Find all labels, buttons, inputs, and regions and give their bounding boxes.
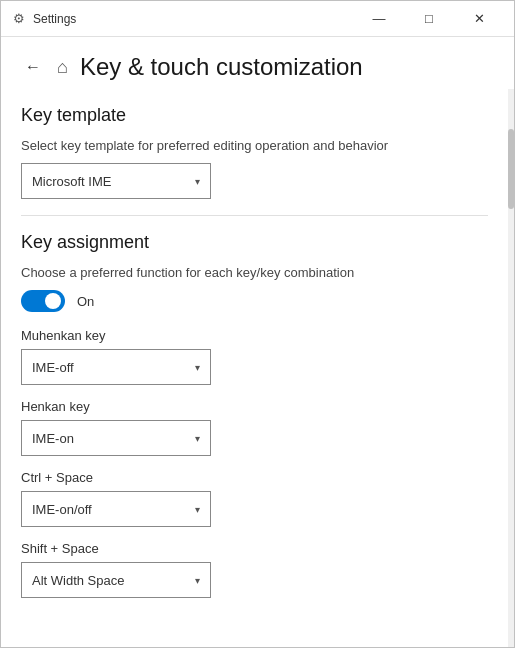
key-template-dropdown-value: Microsoft IME [32,174,111,189]
key-assignment-description: Choose a preferred function for each key… [21,265,488,280]
settings-window: ⚙ Settings — □ ✕ ← ⌂ Key & touch customi… [0,0,515,648]
ctrl-space-label: Ctrl + Space [21,470,488,485]
section-divider [21,215,488,216]
scrollbar-thumb [508,129,514,209]
shift-space-field-group: Shift + Space Alt Width Space ▾ [21,541,488,598]
close-button[interactable]: ✕ [456,4,502,34]
key-assignment-section-title: Key assignment [21,232,488,253]
page-title: Key & touch customization [80,53,363,81]
key-template-dropdown-container: Microsoft IME ▾ [21,163,488,199]
muhenkan-dropdown[interactable]: IME-off ▾ [21,349,211,385]
muhenkan-dropdown-arrow: ▾ [195,362,200,373]
muhenkan-dropdown-value: IME-off [32,360,74,375]
shift-space-dropdown-value: Alt Width Space [32,573,125,588]
henkan-dropdown-value: IME-on [32,431,74,446]
back-button[interactable]: ← [21,54,45,80]
toggle-label: On [77,294,94,309]
maximize-button[interactable]: □ [406,4,452,34]
content-area: Key template Select key template for pre… [1,89,514,647]
key-template-dropdown-arrow: ▾ [195,176,200,187]
minimize-button[interactable]: — [356,4,402,34]
window-title: Settings [33,12,76,26]
title-bar-controls: — □ ✕ [356,4,502,34]
ctrl-space-dropdown-value: IME-on/off [32,502,92,517]
title-bar: ⚙ Settings — □ ✕ [1,1,514,37]
main-content: Key template Select key template for pre… [1,89,508,647]
key-assignment-toggle[interactable] [21,290,65,312]
key-template-dropdown[interactable]: Microsoft IME ▾ [21,163,211,199]
scrollbar[interactable] [508,89,514,647]
key-template-description: Select key template for preferred editin… [21,138,488,153]
nav-header: ← ⌂ Key & touch customization [1,37,514,89]
ctrl-space-field-group: Ctrl + Space IME-on/off ▾ [21,470,488,527]
shift-space-dropdown[interactable]: Alt Width Space ▾ [21,562,211,598]
henkan-dropdown[interactable]: IME-on ▾ [21,420,211,456]
back-icon: ← [25,58,41,76]
ctrl-space-dropdown-arrow: ▾ [195,504,200,515]
home-icon: ⌂ [57,57,68,78]
muhenkan-field-group: Muhenkan key IME-off ▾ [21,328,488,385]
ctrl-space-dropdown[interactable]: IME-on/off ▾ [21,491,211,527]
toggle-thumb [45,293,61,309]
muhenkan-label: Muhenkan key [21,328,488,343]
henkan-field-group: Henkan key IME-on ▾ [21,399,488,456]
key-template-section-title: Key template [21,105,488,126]
henkan-label: Henkan key [21,399,488,414]
settings-icon: ⚙ [13,11,25,26]
shift-space-dropdown-arrow: ▾ [195,575,200,586]
toggle-row: On [21,290,488,312]
title-bar-left: ⚙ Settings [13,11,76,26]
shift-space-label: Shift + Space [21,541,488,556]
henkan-dropdown-arrow: ▾ [195,433,200,444]
